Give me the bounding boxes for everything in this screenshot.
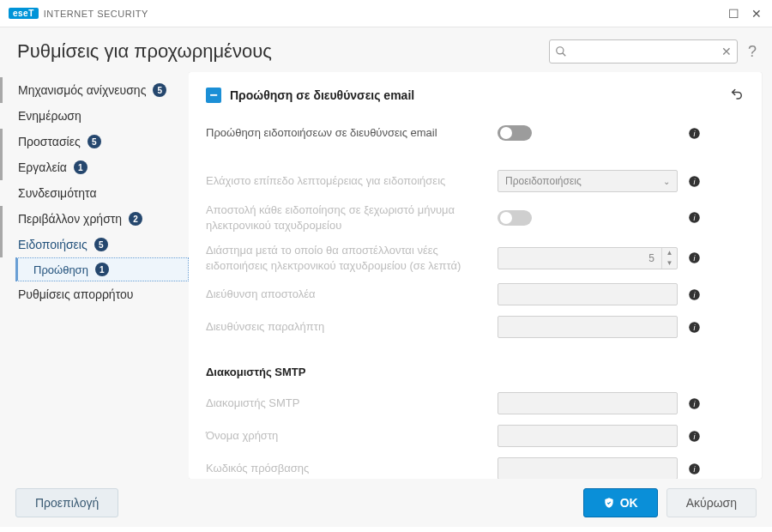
- info-icon[interactable]: i: [686, 462, 702, 475]
- sidebar-item-forwarding[interactable]: Προώθηση 1: [15, 257, 189, 281]
- sidebar-badge: 5: [87, 135, 101, 148]
- section-title: Προώθηση σε διευθύνσεις email: [230, 88, 414, 102]
- default-button[interactable]: Προεπιλογή: [15, 488, 118, 517]
- brand: eseT INTERNET SECURITY: [9, 8, 148, 19]
- label-interval: Διάστημα μετά το οποίο θα αποστέλλονται …: [206, 243, 489, 273]
- sidebar: Μηχανισμός ανίχνευσης 5 Ενημέρωση Προστα…: [0, 72, 189, 479]
- label-smtp-password: Κωδικός πρόσβασης: [206, 461, 489, 476]
- input-smtp-username: [498, 425, 678, 447]
- sidebar-badge: 2: [129, 212, 142, 226]
- settings-panel: − Προώθηση σε διευθύνσεις email Προώθηση…: [189, 72, 762, 479]
- info-icon[interactable]: i: [686, 288, 702, 301]
- label-recipients: Διευθύνσεις παραλήπτη: [206, 319, 489, 335]
- sidebar-item-label: Εργαλεία: [18, 160, 67, 174]
- sidebar-item-label: Ρυθμίσεις απορρήτου: [18, 287, 133, 301]
- undo-icon: [729, 86, 745, 101]
- sidebar-item-label: Ειδοποιήσεις: [18, 238, 87, 251]
- label-smtp-username: Όνομα χρήστη: [206, 428, 489, 444]
- sidebar-item-protections[interactable]: Προστασίες 5: [0, 129, 189, 154]
- info-icon[interactable]: i: [686, 175, 702, 188]
- sidebar-badge: 1: [95, 263, 109, 276]
- sidebar-item-label: Ενημέρωση: [18, 109, 81, 123]
- sidebar-item-label: Προώθηση: [33, 263, 88, 276]
- input-smtp-server: [498, 392, 678, 414]
- search-box[interactable]: ✕: [549, 39, 738, 63]
- search-input[interactable]: [567, 45, 721, 58]
- sidebar-item-label: Περιβάλλον χρήστη: [18, 212, 122, 226]
- help-button[interactable]: ?: [748, 43, 757, 61]
- sidebar-item-label: Συνδεσιμότητα: [18, 186, 97, 200]
- sidebar-item-notifications[interactable]: Ειδοποιήσεις 5: [0, 232, 189, 257]
- ok-button[interactable]: OK: [583, 488, 658, 517]
- sidebar-badge: 5: [94, 238, 108, 251]
- spinner-up-icon: ▲: [662, 248, 677, 258]
- close-button[interactable]: ✕: [751, 8, 762, 20]
- brand-name: INTERNET SECURITY: [44, 9, 148, 19]
- input-smtp-password: [498, 457, 678, 479]
- toggle-forward-email[interactable]: [498, 125, 532, 141]
- collapse-toggle[interactable]: −: [206, 88, 221, 103]
- spinner-interval: ▲ ▼: [498, 247, 678, 269]
- maximize-button[interactable]: ☐: [728, 8, 739, 20]
- brand-logo: eseT: [9, 8, 39, 19]
- smtp-heading: Διακομιστής SMTP: [206, 366, 745, 378]
- header: Ρυθμίσεις για προχωρημένους ✕ ?: [0, 27, 772, 72]
- toggle-separate-email: [498, 210, 532, 226]
- sidebar-item-privacy[interactable]: Ρυθμίσεις απορρήτου: [0, 281, 189, 307]
- footer: Προεπιλογή OK Ακύρωση: [0, 479, 772, 527]
- shield-icon: [603, 497, 615, 509]
- sidebar-item-label: Προστασίες: [18, 135, 81, 148]
- sidebar-item-detection-engine[interactable]: Μηχανισμός ανίχνευσης 5: [0, 77, 189, 103]
- svg-point-0: [557, 47, 564, 54]
- input-sender-address: [498, 283, 678, 305]
- titlebar: eseT INTERNET SECURITY ☐ ✕: [0, 0, 772, 27]
- sidebar-item-connectivity[interactable]: Συνδεσιμότητα: [0, 180, 189, 206]
- sidebar-badge: 1: [74, 160, 87, 174]
- search-icon: [555, 45, 567, 57]
- label-forward-toggle: Προώθηση ειδοποιήσεων σε διευθύνσεις ema…: [206, 125, 489, 141]
- label-separate-email: Αποστολή κάθε ειδοποίησης σε ξεχωριστό μ…: [206, 203, 489, 233]
- undo-button[interactable]: [729, 86, 745, 105]
- select-value: Προειδοποιήσεις: [505, 175, 582, 187]
- info-icon[interactable]: i: [686, 321, 702, 334]
- info-icon[interactable]: i: [686, 251, 702, 264]
- spinner-value: [498, 252, 661, 264]
- input-recipient-addresses: [498, 316, 678, 338]
- select-min-verbosity: Προειδοποιήσεις ⌄: [498, 170, 678, 192]
- info-icon[interactable]: i: [686, 211, 702, 224]
- sidebar-item-user-interface[interactable]: Περιβάλλον χρήστη 2: [0, 206, 189, 232]
- sidebar-item-update[interactable]: Ενημέρωση: [0, 103, 189, 129]
- chevron-down-icon: ⌄: [663, 177, 670, 186]
- sidebar-badge: 5: [153, 83, 166, 97]
- label-sender: Διεύθυνση αποστολέα: [206, 287, 489, 302]
- info-icon[interactable]: i: [686, 430, 702, 443]
- sidebar-item-tools[interactable]: Εργαλεία 1: [0, 154, 189, 180]
- cancel-button[interactable]: Ακύρωση: [666, 488, 757, 517]
- label-min-verbosity: Ελάχιστο επίπεδο λεπτομέρειας για ειδοπο…: [206, 173, 489, 189]
- sidebar-item-label: Μηχανισμός ανίχνευσης: [18, 83, 146, 97]
- label-smtp-server: Διακομιστής SMTP: [206, 396, 489, 411]
- info-icon[interactable]: i: [686, 127, 702, 140]
- clear-search-icon[interactable]: ✕: [721, 45, 732, 58]
- info-icon[interactable]: i: [686, 397, 702, 410]
- svg-line-1: [563, 53, 566, 57]
- spinner-down-icon: ▼: [662, 258, 677, 269]
- window-controls: ☐ ✕: [728, 8, 762, 20]
- page-title: Ρυθμίσεις για προχωρημένους: [17, 40, 272, 63]
